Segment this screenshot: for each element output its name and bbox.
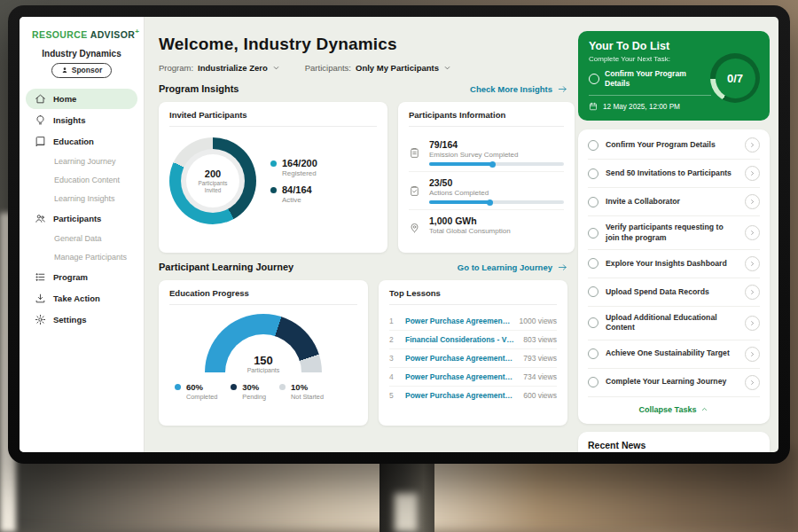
lesson-link[interactable]: Power Purchase Agreements 102 (405, 372, 515, 381)
insights-icon (35, 114, 46, 126)
lesson-link[interactable]: Power Purchase Agreements 101 (405, 317, 511, 325)
top-lessons-list: 1 Power Purchase Agreements 101 1000 vie… (389, 312, 557, 404)
participants-filter[interactable]: Participants: Only My Participants (305, 63, 451, 73)
task-label: Upload Spend Data Records (606, 287, 738, 297)
sidebar-item-participants[interactable]: Participants (26, 208, 137, 229)
sidebar-item-education-content[interactable]: Education Content (26, 171, 137, 189)
top-lessons-card: Top Lessons 1 Power Purchase Agreements … (379, 280, 567, 426)
task-checkbox[interactable] (588, 286, 598, 297)
sidebar-item-education[interactable]: Education (26, 131, 137, 152)
sponsor-person-icon (61, 66, 68, 74)
task-chevron-button[interactable] (745, 375, 760, 390)
check-more-insights-link[interactable]: Check More Insights (470, 84, 567, 94)
task-chevron-button[interactable] (745, 316, 760, 331)
nav-item-label: Manage Participants (54, 253, 127, 262)
collapse-tasks-button[interactable]: Collapse Tasks (588, 397, 760, 420)
take-action-icon (35, 293, 46, 304)
lesson-rank: 4 (389, 372, 397, 381)
sidebar-item-insights[interactable]: Insights (26, 110, 137, 130)
sponsor-badge[interactable]: Sponsor (51, 63, 112, 78)
legend-label: Completed (186, 393, 217, 401)
stat-label: Emission Survey Completed (429, 151, 564, 159)
task-row[interactable]: Explore Your Insights Dashboard (588, 250, 760, 278)
task-chevron-button[interactable] (745, 137, 760, 153)
legend-label: Pending (242, 393, 266, 401)
check-more-insights-label: Check More Insights (470, 84, 552, 94)
go-to-learning-journey-label: Go to Learning Journey (458, 262, 552, 272)
legend-value: 60% (186, 382, 203, 392)
task-checkbox[interactable] (588, 140, 598, 151)
task-label: Verify participants requesting to join t… (606, 223, 738, 243)
program-filter-value: Industrialize Zero (198, 63, 268, 73)
sidebar-item-program[interactable]: Program (26, 267, 137, 287)
task-chevron-button[interactable] (745, 225, 760, 240)
chevron-right-icon (749, 379, 755, 386)
sidebar-item-learning-insights[interactable]: Learning Insights (26, 190, 137, 207)
lesson-rank: 1 (389, 317, 397, 325)
task-checkbox[interactable] (588, 197, 598, 207)
task-row[interactable]: Invite a Collaborator (588, 188, 760, 216)
lesson-link[interactable]: Financial Considerations - VPPAs (405, 335, 515, 344)
stat-row: 23/50 Actions Completed (409, 172, 564, 210)
task-row[interactable]: Verify participants requesting to join t… (588, 216, 760, 250)
lesson-link[interactable]: Power Purchase Agreements 101 (405, 354, 515, 363)
nav-item-label: Learning Journey (54, 157, 116, 166)
sidebar-item-settings[interactable]: Settings (26, 309, 137, 330)
nav-item-label: Program (53, 272, 88, 282)
task-checkbox[interactable] (588, 348, 598, 359)
program-filter[interactable]: Program: Industrialize Zero (159, 63, 280, 73)
gauge-legend: 60% Completed 30% Pending 10% Not Starte… (169, 382, 357, 401)
lesson-row: 4 Power Purchase Agreements 102 734 view… (389, 368, 557, 387)
sidebar-item-learning-journey[interactable]: Learning Journey (26, 153, 137, 170)
learning-journey-header: Participant Learning Journey Go to Learn… (159, 262, 567, 272)
lesson-views: 793 views (523, 354, 557, 363)
task-chevron-button[interactable] (745, 347, 760, 362)
task-row[interactable]: Achieve One Sustainability Target (588, 340, 760, 369)
legend-dot (175, 384, 181, 390)
divider (589, 95, 711, 96)
task-checkbox[interactable] (588, 228, 598, 239)
sponsor-badge-label: Sponsor (72, 66, 102, 74)
lesson-link[interactable]: Power Purchase Agreements 103 (405, 391, 515, 400)
collapse-tasks-label: Collapse Tasks (639, 405, 697, 414)
task-row[interactable]: Upload Spend Data Records (588, 278, 760, 307)
legend-dot (231, 384, 237, 390)
lesson-views: 1000 views (519, 317, 557, 325)
sidebar-item-manage-participants[interactable]: Manage Participants (26, 248, 137, 266)
task-checkbox[interactable] (588, 168, 598, 179)
monitor-stand-base (395, 493, 418, 532)
task-chevron-button[interactable] (745, 194, 760, 209)
task-row[interactable]: Confirm Your Program Details (588, 131, 760, 160)
progress-bar (429, 162, 564, 166)
stat-value: 79/164 (429, 139, 564, 150)
task-row[interactable]: Complete Your Learning Journey (588, 369, 760, 397)
sidebar-item-take-action[interactable]: Take Action (26, 288, 137, 309)
task-checkbox[interactable] (588, 377, 598, 387)
chevron-right-icon (749, 199, 755, 205)
nav-item-label: Education Content (54, 176, 120, 184)
nav-item-label: General Data (54, 234, 102, 243)
chevron-right-icon (749, 142, 755, 148)
legend-label: Not Started (291, 393, 324, 401)
filters-row: Program: Industrialize Zero Participants… (159, 63, 567, 73)
task-row[interactable]: Send 50 Invitations to Participants (588, 160, 760, 188)
invited-participants-donut-chart: 200 Participants Invited (169, 137, 256, 224)
task-chevron-button[interactable] (745, 166, 760, 181)
task-label: Explore Your Insights Dashboard (606, 259, 738, 269)
go-to-learning-journey-link[interactable]: Go to Learning Journey (458, 262, 567, 272)
sidebar-item-general-data[interactable]: General Data (26, 230, 137, 247)
todo-due-row: 12 May 2025, 12:00 PM (589, 102, 759, 111)
task-checkbox-icon[interactable] (589, 74, 599, 84)
todo-next-task[interactable]: Confirm Your Program Details (589, 69, 711, 89)
legend-value: 164/200 (282, 158, 317, 168)
task-row[interactable]: Upload Additional Educational Content (588, 307, 760, 340)
lesson-views: 600 views (523, 391, 557, 400)
task-checkbox[interactable] (588, 258, 598, 269)
task-chevron-button[interactable] (745, 256, 760, 271)
task-checkbox[interactable] (588, 317, 598, 328)
learning-journey-title: Participant Learning Journey (159, 262, 293, 272)
task-chevron-button[interactable] (745, 285, 760, 300)
calendar-icon (589, 102, 598, 111)
chevron-up-icon (700, 405, 708, 413)
sidebar-item-home[interactable]: Home (26, 89, 137, 109)
